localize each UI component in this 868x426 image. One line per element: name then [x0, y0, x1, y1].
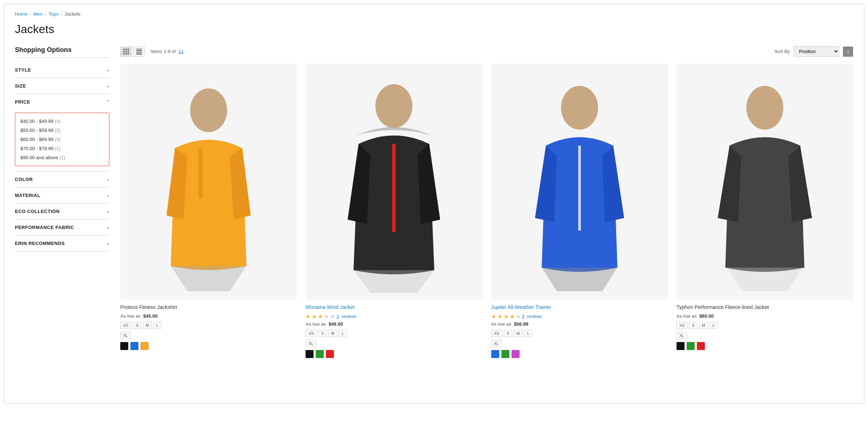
size-swatch-xl[interactable]: XL — [677, 332, 687, 339]
size-swatches-typhon-2: XL — [677, 332, 853, 339]
product-illustration-jupiter — [491, 64, 668, 300]
breadcrumb-sep-2: › — [45, 11, 46, 17]
stars-montana: ★ ★ ★ ★ ★ 3 reviews — [306, 313, 482, 320]
color-swatch-black[interactable] — [306, 350, 314, 358]
chevron-up-icon: ⌃ — [106, 100, 110, 104]
list-icon — [136, 49, 142, 55]
star-3: ★ — [504, 313, 508, 320]
size-swatch-xs[interactable]: XS — [306, 330, 317, 337]
price-info-typhon: As low as $60.00 — [677, 313, 853, 319]
size-swatch-xs[interactable]: XS — [677, 322, 688, 329]
product-illustration-proteus — [120, 64, 297, 300]
size-swatch-m[interactable]: M — [514, 330, 523, 337]
size-swatch-s[interactable]: S — [504, 330, 512, 337]
reviews-link-montana[interactable]: 3 — [336, 314, 339, 319]
star-4: ★ — [324, 313, 329, 320]
breadcrumb-home[interactable]: Home — [15, 11, 28, 17]
price-value-typhon: $60.00 — [699, 313, 714, 319]
reviews-text-montana: reviews — [340, 314, 356, 319]
filter-header-performance[interactable]: PERFORMANCE FABRIC ⌄ — [15, 220, 109, 235]
color-swatch-black[interactable] — [120, 342, 128, 350]
price-option-2[interactable]: $50.00 - $59.99 (2) — [20, 126, 104, 135]
product-name-jupiter[interactable]: Jupiter All-Weather Trainer — [491, 304, 668, 311]
product-image-typhon[interactable] — [677, 64, 853, 300]
grid-view-button[interactable] — [120, 47, 132, 57]
size-swatch-s[interactable]: S — [689, 322, 697, 329]
size-swatch-xl[interactable]: XL — [491, 340, 502, 347]
reviews-link-jupiter[interactable]: 3 — [522, 314, 525, 319]
filter-label-style: STYLE — [15, 67, 31, 73]
filter-label-eco: ECO COLLECTION — [15, 209, 60, 214]
size-swatches-typhon: XS S M L — [677, 322, 853, 329]
color-swatch-blue[interactable] — [491, 350, 499, 358]
color-swatch-orange[interactable] — [141, 342, 149, 350]
price-value-proteus: $45.00 — [143, 313, 158, 319]
sidebar-title: Shopping Options — [15, 46, 109, 58]
product-name-montana[interactable]: Montana Wind Jacket — [306, 304, 482, 311]
filter-header-eco[interactable]: ECO COLLECTION ⌄ — [15, 204, 109, 219]
product-image-jupiter[interactable] — [491, 64, 668, 300]
color-swatch-green[interactable] — [687, 342, 695, 350]
size-swatches-jupiter-2: XL — [491, 340, 668, 347]
size-swatch-m[interactable]: M — [328, 330, 337, 337]
size-swatch-xs[interactable]: XS — [491, 330, 502, 337]
color-swatch-black[interactable] — [677, 342, 685, 350]
size-swatch-m[interactable]: M — [699, 322, 708, 329]
sort-select[interactable]: Position Product Name Price — [794, 46, 839, 57]
reviews-text-jupiter: reviews — [526, 314, 542, 319]
breadcrumb-tops[interactable]: Tops — [49, 11, 58, 17]
color-swatches-montana — [306, 350, 482, 358]
star-2: ★ — [312, 313, 316, 320]
product-card-typhon: Typhon Performance Fleece-lined Jacket A… — [677, 64, 853, 358]
size-swatch-l[interactable]: L — [524, 330, 532, 337]
breadcrumb-sep-1: › — [30, 11, 31, 17]
size-swatch-xl[interactable]: XL — [120, 332, 131, 339]
product-name-typhon[interactable]: Typhon Performance Fleece-lined Jacket — [677, 304, 853, 311]
filter-header-material[interactable]: MATERIAL ⌄ — [15, 188, 109, 203]
price-option-5[interactable]: $90.00 and above (1) — [20, 153, 104, 162]
price-count-5: (1) — [60, 155, 65, 160]
color-swatches-typhon — [677, 342, 853, 350]
filter-header-color[interactable]: COLOR ⌄ — [15, 172, 109, 187]
price-option-3[interactable]: $60.00 - $69.99 (3) — [20, 135, 104, 144]
size-swatch-xs[interactable]: XS — [120, 322, 132, 329]
filter-header-erin[interactable]: ERIN RECOMMENDS ⌄ — [15, 236, 109, 251]
size-swatch-s[interactable]: S — [318, 330, 327, 337]
color-swatch-blue[interactable] — [130, 342, 138, 350]
breadcrumb-men[interactable]: Men — [33, 11, 43, 17]
product-image-montana[interactable] — [306, 64, 482, 300]
size-swatch-l[interactable]: L — [153, 322, 161, 329]
chevron-down-icon: ⌄ — [106, 84, 110, 88]
size-swatch-l[interactable]: L — [339, 330, 347, 337]
color-swatch-green[interactable] — [316, 350, 324, 358]
price-prefix-montana: As low as — [306, 321, 326, 327]
price-option-4[interactable]: $70.00 - $79.99 (1) — [20, 144, 104, 153]
filter-section-eco: ECO COLLECTION ⌄ — [15, 204, 109, 220]
size-swatch-m[interactable]: M — [143, 322, 152, 329]
filter-header-price[interactable]: PRICE ⌃ — [15, 94, 109, 110]
color-swatch-purple[interactable] — [512, 350, 520, 358]
size-swatches-proteus: XS S M L — [120, 322, 297, 329]
size-swatch-xl[interactable]: XL — [306, 340, 316, 347]
filter-header-style[interactable]: STYLE ⌄ — [15, 62, 109, 78]
size-swatch-s[interactable]: S — [133, 322, 141, 329]
price-value-jupiter: $56.99 — [514, 321, 528, 327]
price-info-jupiter: As low as $56.99 — [491, 321, 668, 327]
items-total-link[interactable]: 11 — [178, 49, 183, 54]
star-1: ★ — [491, 313, 496, 320]
product-image-proteus[interactable] — [120, 64, 297, 300]
size-swatch-l[interactable]: L — [710, 322, 718, 329]
price-prefix-typhon: As low as — [677, 313, 697, 319]
list-view-button[interactable] — [133, 47, 145, 57]
filter-header-size[interactable]: SIZE ⌄ — [15, 78, 109, 94]
color-swatch-red[interactable] — [326, 350, 334, 358]
stars-jupiter: ★ ★ ★ ★ ★ 3 reviews — [491, 313, 668, 320]
sort-direction-button[interactable]: ↑ — [843, 47, 853, 57]
sort-control: Sort By Position Product Name Price ↑ — [774, 46, 853, 57]
color-swatch-red[interactable] — [697, 342, 705, 350]
chevron-down-icon: ⌄ — [106, 193, 110, 198]
color-swatch-green[interactable] — [501, 350, 509, 358]
product-name-proteus[interactable]: Proteus Fitness Jackshirt — [120, 304, 297, 311]
price-option-1[interactable]: $40.00 - $49.99 (4) — [20, 117, 104, 126]
filter-label-performance: PERFORMANCE FABRIC — [15, 225, 74, 230]
